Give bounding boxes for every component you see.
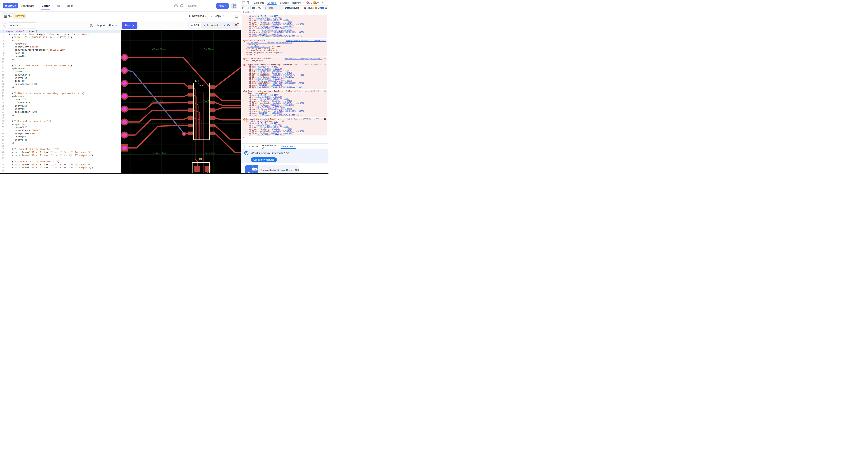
console-message[interactable]: ✕Failed to load resource: net::ERR_FAILE… <box>242 57 327 63</box>
pcb-trace[interactable] <box>215 108 241 110</box>
pcb-pad-hole[interactable] <box>122 68 127 73</box>
drawer-close-icon[interactable]: × <box>325 145 327 148</box>
code-line[interactable]: 10 /> <box>0 58 121 61</box>
request-reload-icon[interactable]: ↻ <box>321 119 322 121</box>
stack-frame-link[interactable]: index-BWHG1kOR.js:33:6456 <box>261 98 288 100</box>
code-line[interactable]: 34 footprint="0805" <box>0 132 121 135</box>
request-reload-icon[interactable]: ↻ <box>324 58 326 60</box>
code-line[interactable]: 38 <box>0 144 121 148</box>
stack-frame-link[interactable]: index-BWHG1kOR.js:6096:19433 <box>264 104 294 106</box>
filter-input[interactable]: Filter <box>263 6 284 10</box>
chip-pad[interactable] <box>188 101 193 104</box>
code-line[interactable]: 22 <pinheader <box>0 95 121 98</box>
code-line[interactable]: 27 pcbRotation={90} <box>0 110 121 114</box>
code-line[interactable]: 12 {/* Left side header - inputs and pow… <box>0 64 121 67</box>
pcb-trace[interactable] <box>127 125 188 148</box>
code-line[interactable]: 36 pcbY={-8} <box>0 138 121 141</box>
code-line[interactable]: 46 <box>0 169 121 173</box>
stack-frame-link[interactable]: Analytics-BCvW9X9r.js:1:2742 <box>261 21 291 24</box>
tab-close-icon[interactable]: × <box>293 145 296 148</box>
pcb-trace[interactable] <box>215 95 241 101</box>
stack-frame-link[interactable]: CodeAndPreview-67FGZbTg.js:722:6611 <box>263 35 301 37</box>
device-toolbar-icon[interactable] <box>247 1 250 4</box>
expand-caret-icon[interactable]: ▶ <box>246 64 247 66</box>
devtools-tab-console[interactable]: Console <box>267 0 277 5</box>
stack-frame-link[interactable]: index-BWHG1kOR.js:33:6456 <box>261 126 288 128</box>
chip-pad[interactable] <box>188 108 193 112</box>
pcb-pad-hole[interactable] <box>122 94 127 99</box>
stack-frame-link[interactable]: index-BWHG1kOR.js:6096:8287 <box>262 108 291 110</box>
stack-frame-link[interactable]: index-BWHG1kOR.js:6096:8287 <box>262 29 291 31</box>
nav-tab-ai[interactable]: AI <box>57 0 60 11</box>
view-tab-pcb[interactable]: PCB <box>189 23 202 28</box>
code-line[interactable]: 39 {/* Connections for inverter 1 */} <box>0 148 121 151</box>
code-line[interactable]: 32 name="C1" <box>0 126 121 129</box>
code-line[interactable]: 15 pinCount={8} <box>0 73 121 76</box>
code-line[interactable]: 18 pcbRotation={90} <box>0 83 121 86</box>
stack-frame-link[interactable]: index-BWHG1kOR.js:6096:7668 <box>255 106 284 108</box>
hidden-messages-row[interactable]: 4 hidden ⚙ <box>241 10 329 14</box>
via-hole[interactable] <box>183 133 185 135</box>
help-badge-icon[interactable]: ? <box>324 119 326 120</box>
message-source[interactable]: api.tscircuit.com/packages/create:1 <box>284 58 322 60</box>
console-message[interactable]: ✕▶TypeError: Failed to fetch (api.tscirc… <box>242 63 327 89</box>
code-line[interactable]: 14 name="J1" <box>0 70 121 73</box>
code-line[interactable]: 44 <trace from=".U1 > .3" to=".J1 > .3" … <box>0 163 121 166</box>
stack-frame-link[interactable]: Analytics-BCvW9X9r.js:1:2742 <box>261 100 291 102</box>
pcb-trace[interactable] <box>215 68 241 87</box>
error-count-icon[interactable]: ✕ <box>307 1 309 4</box>
stack-frame-link[interactable]: main-B1lTnqUl.js:40:4463 <box>252 122 278 124</box>
pcb-trace[interactable] <box>127 57 211 89</box>
pcb-trace[interactable] <box>127 95 188 96</box>
stack-frame-link[interactable]: index-BWHG1kOR.js:33:5789 <box>255 96 282 98</box>
code-line[interactable]: 3 {/* Main IC - 74HC05D,118 (14-pin SOIC… <box>0 36 121 39</box>
stack-frame-link[interactable]: main-B1lTnqUl.js:40:4463 <box>252 66 278 68</box>
code-line[interactable]: 30 {/* Decoupling capacitor */} <box>0 120 121 123</box>
chip-pad[interactable] <box>209 124 215 127</box>
code-line[interactable]: 9 pcbY={0} <box>0 55 121 58</box>
code-line[interactable]: 19 /> <box>0 86 121 89</box>
stack-frame-link[interactable]: index-BWHG1kOR.js:6096:19433 <box>264 25 294 27</box>
code-line[interactable]: 41 <trace from=".U1 > .2" to=".J1 > .2" … <box>0 154 121 157</box>
stack-frame-link[interactable]: index-BWHG1kOR.js:6096:19372 <box>273 110 303 112</box>
pcb-pad-hole[interactable] <box>122 146 127 150</box>
stack-frame-link[interactable]: main-B1lTnqUl.js:40:4463 <box>252 15 278 17</box>
stack-frame-link[interactable]: index-BWHG1kOR.js:6096:7668 <box>255 134 284 135</box>
pcb-pad-hole[interactable] <box>122 81 127 86</box>
code-line[interactable]: 11 <box>0 61 121 64</box>
chip-pad[interactable] <box>188 116 193 120</box>
live-expression-eye-icon[interactable] <box>258 7 261 9</box>
code-line[interactable]: 6 footprint="soic14" <box>0 45 121 48</box>
code-line[interactable]: 45 <trace from=".U1 > .4" to=".J1 > .4" … <box>0 166 121 169</box>
stack-frame-link[interactable]: index-BWHG1kOR.js:6096:7668 <box>255 27 284 29</box>
see-all-features-button[interactable]: See all new features <box>251 157 277 162</box>
discord-icon[interactable] <box>174 4 178 7</box>
more-tabs-icon[interactable]: » <box>303 1 304 4</box>
chip-pad[interactable] <box>209 93 215 97</box>
pcb-trace[interactable] <box>215 103 241 105</box>
stack-frame-link[interactable]: Analytics-BCvW9X9r.js:46:521 <box>273 74 303 76</box>
console-link[interactable]: https://api.tscircuit.com/packages/creat… <box>247 41 292 43</box>
console-message[interactable]: ✕Access to fetch at 'https://api.tscircu… <box>242 39 327 57</box>
nav-tab-docs[interactable]: Docs <box>66 0 74 11</box>
stack-frame-link[interactable]: index-BWHG1kOR.js:6096:18395 <box>252 84 282 86</box>
chip-pad[interactable] <box>209 108 215 112</box>
stack-frame-link[interactable]: index-BWHG1kOR.js:6096:7668 <box>255 78 284 80</box>
stack-frame-link[interactable]: index-BWHG1kOR.js:6096:8287 <box>262 80 291 82</box>
copy-url-button[interactable]: Copy URL <box>211 14 227 18</box>
pcb-trace[interactable] <box>193 103 198 139</box>
code-line[interactable]: 17 pcbY={0} <box>0 79 121 83</box>
stack-frame-link[interactable]: index-BWHG1kOR.js:6096:19433 <box>264 132 294 134</box>
code-line[interactable]: 37 /> <box>0 141 121 145</box>
stack-frame-link[interactable]: Analytics-BCvW9X9r.js:46:521 <box>273 102 303 104</box>
pcb-trace[interactable] <box>215 118 241 120</box>
code-line[interactable]: 16 pcbX={-15} <box>0 76 121 79</box>
stack-frame-link[interactable]: main-B1lTnqUl.js:40:4463 <box>252 94 278 96</box>
chip-pad[interactable] <box>188 93 193 97</box>
stack-frame-link[interactable]: index-BWHG1kOR.js:33:5789 <box>255 68 282 70</box>
avatar[interactable] <box>231 3 237 9</box>
clear-console-icon[interactable]: ⊘ <box>247 6 249 9</box>
code-line[interactable]: 42 <box>0 157 121 160</box>
console-message[interactable]: at main-B1lTnqUl.js:40:4463at n (index-B… <box>242 15 327 38</box>
code-line[interactable]: 20 <box>0 89 121 92</box>
